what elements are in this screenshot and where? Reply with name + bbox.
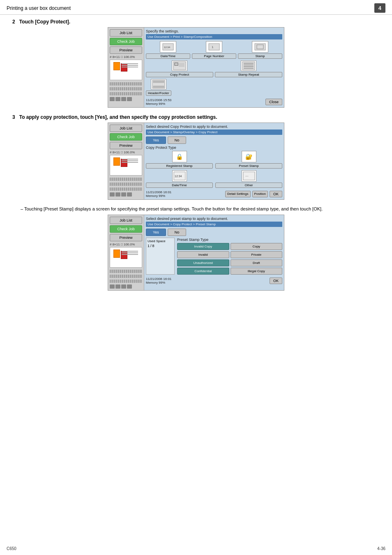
doc-icon-orange-1 [113, 62, 120, 70]
info-line-2: # 8×11 □ 100.0% [110, 150, 142, 154]
detail-settings-btn[interactable]: Detail Settings [225, 191, 251, 197]
svg-rect-2 [209, 44, 219, 50]
machine-panel-3: Job List Check Job Preview # 8×11 □ 100.… [108, 215, 284, 291]
preview-btn-2[interactable]: Preview [110, 142, 142, 149]
stamp-grid-2col: Copy Protect Stamp Repeat [146, 60, 282, 77]
registered-stamp-label[interactable]: Registered Stamp [146, 163, 213, 169]
stamp-repeat-icon [241, 60, 256, 71]
page-header: Printing a user box document 4 [0, 0, 392, 15]
header-footer-label[interactable]: Header/Footer [146, 90, 171, 96]
unauthorized-btn[interactable]: Unauthorized [177, 259, 229, 266]
svg-rect-12 [242, 62, 255, 70]
preview-btn-1[interactable]: Preview [110, 46, 142, 54]
yes-btn-2[interactable]: Yes [146, 136, 166, 144]
other-icon: ··· [242, 170, 256, 182]
position-btn[interactable]: Position [252, 191, 268, 197]
machine-content-3: Select desired preset stamp to apply to … [144, 215, 284, 290]
machine-sidebar-2: Job List Check Job Preview # 8×11 □ 100.… [108, 123, 144, 199]
close-btn-1[interactable]: Close [265, 99, 282, 105]
preset-stamp-type-area: Preset Stamp Type Invalid Copy Copy Inva… [177, 238, 282, 275]
machine-footer-2: 11/21/2006 16:01 Memory 99% Detail Setti… [146, 190, 282, 198]
copy-protect-icon [172, 60, 187, 71]
pagenum-label-1[interactable]: Page Number [192, 53, 236, 59]
confidential-btn[interactable]: Confidential [177, 268, 229, 275]
bottom-btns-2: Detail Settings Position OK [225, 191, 282, 197]
invalid-copy-btn[interactable]: Invalid Copy [177, 243, 229, 250]
sidebar-stripes-1 [110, 82, 142, 86]
svg-text:···: ··· [245, 174, 249, 178]
doc-area-2 [110, 155, 142, 176]
draft-btn[interactable]: Draft [231, 259, 283, 266]
no-btn-2[interactable]: No [168, 136, 187, 144]
info-line-3: # 8×11 □ 100.0% [110, 243, 142, 246]
no-btn-3[interactable]: No [168, 229, 187, 236]
invalid-btn[interactable]: Invalid [177, 251, 229, 258]
svg-text:12:34: 12:34 [164, 46, 171, 49]
preset-stamp-item: 🔐 Preset Stamp [215, 151, 282, 169]
datetime-label-1[interactable]: Date/Time [146, 53, 190, 59]
svg-text:12:34: 12:34 [175, 175, 182, 178]
icon-pair-row-1: 🔒 Registered Stamp 🔐 Preset Stamp [146, 151, 282, 169]
date-time-label-2[interactable]: Date/Time [146, 183, 213, 188]
breadcrumb-1: Use Document > Print > Stamp/Composition [146, 34, 282, 39]
breadcrumb-2: Use Document > Stamp/Overlay > Copy Prot… [146, 130, 282, 135]
ok-btn-2[interactable]: OK [270, 191, 282, 197]
stamp-repeat-label[interactable]: Stamp Repeat [215, 72, 282, 77]
header-footer-row: Header/Footer [146, 79, 282, 96]
stamp-pagenum-1: 1 Page Number [192, 41, 236, 59]
registered-stamp-item: 🔒 Registered Stamp [146, 151, 213, 169]
header-footer-item: Header/Footer [146, 79, 171, 96]
step2-container: 2 Touch [Copy Protect]. Job List Check J… [0, 15, 392, 300]
stamp-repeat-item: Stamp Repeat [215, 60, 282, 77]
date-time-icon: 12:34 [172, 170, 187, 182]
svg-text:1: 1 [212, 45, 214, 49]
stamp-icon-1 [252, 41, 268, 53]
copy-protect-type-title: Copy Protect Type [146, 146, 282, 150]
machine-content-2: Select desired Copy Protect to apply to … [144, 123, 284, 199]
doc-lines-1 [122, 63, 138, 67]
copy-protect-label[interactable]: Copy Protect [146, 72, 213, 77]
machine-content-1: Specify the settings. Use Document > Pri… [144, 28, 284, 107]
doc-lines-3 [122, 251, 138, 255]
yes-btn-3[interactable]: Yes [146, 229, 166, 236]
footer-right: 4-36 [377, 546, 385, 551]
yes-no-row-2: Yes No [146, 136, 282, 144]
preset-stamp-label[interactable]: Preset Stamp [215, 163, 282, 169]
info-line-1: # 8×11 □ 100.0% [110, 55, 142, 59]
page-indicator: 1 / 8 [148, 244, 173, 248]
page-header-title: Printing a user box document [7, 5, 71, 11]
svg-rect-4 [255, 44, 265, 50]
preview-btn-3[interactable]: Preview [110, 234, 142, 241]
stamp-grid-1: 12:34 Date/Time 1 Page Number [146, 41, 282, 59]
sidebar-stripes-2 [110, 87, 142, 90]
job-list-btn-1[interactable]: Job List [110, 29, 142, 37]
doc-area-1 [110, 60, 142, 80]
status-bar-1 [110, 97, 142, 101]
copy-btn[interactable]: Copy [231, 243, 283, 250]
illegal-copy-btn[interactable]: Illegal Copy [231, 268, 283, 275]
machine-footer-1: 11/21/2006 15:53 Memory 99% Close [146, 98, 282, 106]
preset-stamp-icon: 🔐 [242, 151, 256, 162]
stamp-label-1[interactable]: Stamp [238, 53, 282, 59]
check-job-btn-1[interactable]: Check Job [110, 38, 142, 45]
svg-rect-8 [175, 63, 178, 65]
job-list-btn-3[interactable]: Job List [110, 217, 142, 224]
stamp-type-grid: Invalid Copy Copy Invalid Private Unauth… [177, 243, 282, 275]
machine-panel-1: Job List Check Job Preview # 8×11 □ 100.… [108, 27, 284, 108]
bullet-desc: – Touching [Preset Stamp] displays a scr… [21, 206, 380, 211]
job-list-btn-2[interactable]: Job List [110, 125, 142, 132]
machine-panel-2: Job List Check Job Preview # 8×11 □ 100.… [108, 123, 284, 200]
status-bar-2 [110, 192, 142, 197]
footer-left: C650 [7, 546, 16, 551]
check-job-btn-2[interactable]: Check Job [110, 133, 142, 141]
sidebar-stripes-3 [110, 92, 142, 95]
date-time-item: 12:34 Date/Time [146, 170, 213, 188]
datetime-icon-1: 12:34 [160, 41, 176, 53]
copy-protect-item: Copy Protect [146, 60, 213, 77]
other-label[interactable]: Other [215, 183, 282, 188]
check-job-btn-3[interactable]: Check Job [110, 225, 142, 233]
step2-label: 2 Touch [Copy Protect]. [12, 19, 380, 25]
header-footer-icon [151, 79, 166, 90]
ok-btn-3[interactable]: OK [270, 278, 282, 284]
private-btn[interactable]: Private [231, 251, 283, 258]
